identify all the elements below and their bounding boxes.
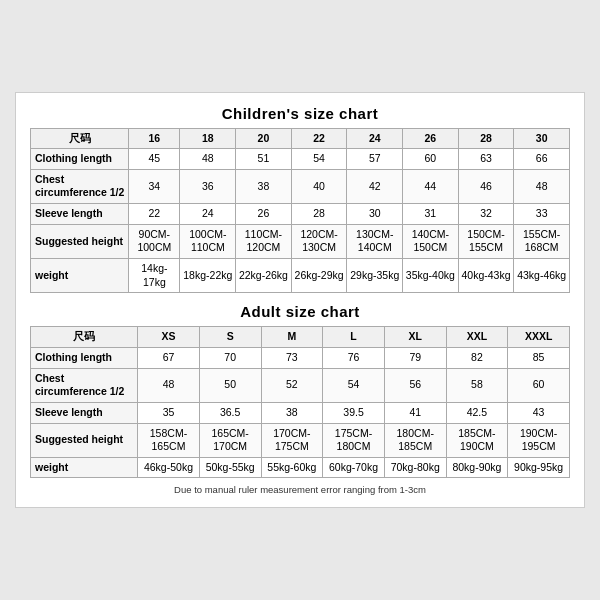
cell-value: 90kg-95kg — [508, 457, 570, 478]
children-col-header: 18 — [180, 128, 236, 149]
cell-value: 76 — [323, 347, 385, 368]
cell-value: 56 — [384, 368, 446, 402]
cell-value: 170CM-175CM — [261, 423, 323, 457]
cell-value: 40kg-43kg — [458, 259, 514, 293]
row-label: Chest circumference 1/2 — [31, 169, 129, 203]
cell-value: 31 — [403, 204, 459, 225]
children-col-header: 22 — [291, 128, 347, 149]
row-label: Clothing length — [31, 149, 129, 170]
cell-value: 28 — [291, 204, 347, 225]
cell-value: 52 — [261, 368, 323, 402]
cell-value: 79 — [384, 347, 446, 368]
children-col-header: 16 — [129, 128, 180, 149]
adult-col-header: L — [323, 327, 385, 348]
cell-value: 46 — [458, 169, 514, 203]
cell-value: 58 — [446, 368, 508, 402]
cell-value: 38 — [261, 402, 323, 423]
cell-value: 35 — [138, 402, 200, 423]
cell-value: 190CM-195CM — [508, 423, 570, 457]
children-chart-title: Children's size chart — [30, 105, 570, 122]
cell-value: 51 — [236, 149, 292, 170]
children-table: 尺码1618202224262830 Clothing length454851… — [30, 128, 570, 294]
table-row: Clothing length4548515457606366 — [31, 149, 570, 170]
cell-value: 48 — [138, 368, 200, 402]
cell-value: 90CM-100CM — [129, 224, 180, 258]
children-col-header: 26 — [403, 128, 459, 149]
cell-value: 70 — [199, 347, 261, 368]
adult-col-header: S — [199, 327, 261, 348]
row-label: Chest circumference 1/2 — [31, 368, 138, 402]
cell-value: 158CM-165CM — [138, 423, 200, 457]
children-col-header: 30 — [514, 128, 570, 149]
cell-value: 38 — [236, 169, 292, 203]
table-row: Chest circumference 1/23436384042444648 — [31, 169, 570, 203]
cell-value: 22kg-26kg — [236, 259, 292, 293]
cell-value: 48 — [514, 169, 570, 203]
cell-value: 42 — [347, 169, 403, 203]
cell-value: 40 — [291, 169, 347, 203]
cell-value: 180CM-185CM — [384, 423, 446, 457]
cell-value: 24 — [180, 204, 236, 225]
cell-value: 35kg-40kg — [403, 259, 459, 293]
row-label: weight — [31, 457, 138, 478]
cell-value: 43kg-46kg — [514, 259, 570, 293]
cell-value: 26 — [236, 204, 292, 225]
adult-col-header: XXL — [446, 327, 508, 348]
adult-col-header: XXXL — [508, 327, 570, 348]
row-label: Clothing length — [31, 347, 138, 368]
cell-value: 140CM-150CM — [403, 224, 459, 258]
cell-value: 41 — [384, 402, 446, 423]
cell-value: 85 — [508, 347, 570, 368]
cell-value: 80kg-90kg — [446, 457, 508, 478]
cell-value: 73 — [261, 347, 323, 368]
cell-value: 60 — [403, 149, 459, 170]
note-text: Due to manual ruler measurement error ra… — [30, 484, 570, 495]
cell-value: 50kg-55kg — [199, 457, 261, 478]
row-label: Sleeve length — [31, 402, 138, 423]
row-label: Suggested height — [31, 423, 138, 457]
table-row: weight14kg-17kg18kg-22kg22kg-26kg26kg-29… — [31, 259, 570, 293]
row-label: Sleeve length — [31, 204, 129, 225]
table-row: Clothing length67707376798285 — [31, 347, 570, 368]
cell-value: 67 — [138, 347, 200, 368]
table-row: Chest circumference 1/248505254565860 — [31, 368, 570, 402]
adult-col-header: XS — [138, 327, 200, 348]
cell-value: 130CM-140CM — [347, 224, 403, 258]
chart-wrapper: Children's size chart 尺码1618202224262830… — [15, 92, 585, 509]
cell-value: 34 — [129, 169, 180, 203]
children-col-header: 28 — [458, 128, 514, 149]
adult-col-header: XL — [384, 327, 446, 348]
cell-value: 48 — [180, 149, 236, 170]
cell-value: 44 — [403, 169, 459, 203]
cell-value: 60 — [508, 368, 570, 402]
cell-value: 60kg-70kg — [323, 457, 385, 478]
cell-value: 33 — [514, 204, 570, 225]
cell-value: 155CM-168CM — [514, 224, 570, 258]
cell-value: 46kg-50kg — [138, 457, 200, 478]
children-col-header: 20 — [236, 128, 292, 149]
cell-value: 70kg-80kg — [384, 457, 446, 478]
adult-col-header: M — [261, 327, 323, 348]
adult-table: 尺码XSSMLXLXXLXXXL Clothing length67707376… — [30, 326, 570, 478]
table-row: Sleeve length2224262830313233 — [31, 204, 570, 225]
adult-col-header: 尺码 — [31, 327, 138, 348]
cell-value: 185CM-190CM — [446, 423, 508, 457]
cell-value: 165CM-170CM — [199, 423, 261, 457]
cell-value: 39.5 — [323, 402, 385, 423]
adult-chart-title: Adult size chart — [30, 303, 570, 320]
cell-value: 50 — [199, 368, 261, 402]
cell-value: 14kg-17kg — [129, 259, 180, 293]
row-label: weight — [31, 259, 129, 293]
cell-value: 29kg-35kg — [347, 259, 403, 293]
cell-value: 57 — [347, 149, 403, 170]
cell-value: 54 — [291, 149, 347, 170]
children-col-header: 24 — [347, 128, 403, 149]
cell-value: 18kg-22kg — [180, 259, 236, 293]
cell-value: 54 — [323, 368, 385, 402]
cell-value: 43 — [508, 402, 570, 423]
cell-value: 110CM-120CM — [236, 224, 292, 258]
cell-value: 150CM-155CM — [458, 224, 514, 258]
cell-value: 45 — [129, 149, 180, 170]
table-row: weight46kg-50kg50kg-55kg55kg-60kg60kg-70… — [31, 457, 570, 478]
cell-value: 32 — [458, 204, 514, 225]
